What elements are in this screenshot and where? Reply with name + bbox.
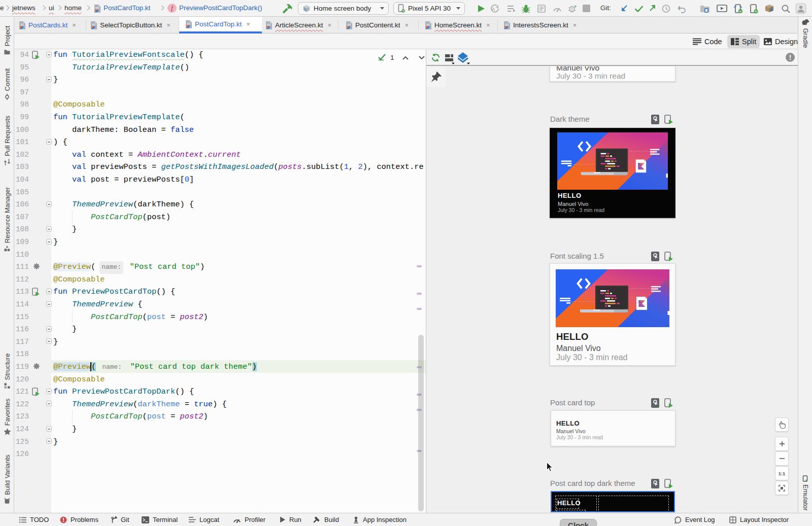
svg-text:A: A xyxy=(492,7,495,12)
